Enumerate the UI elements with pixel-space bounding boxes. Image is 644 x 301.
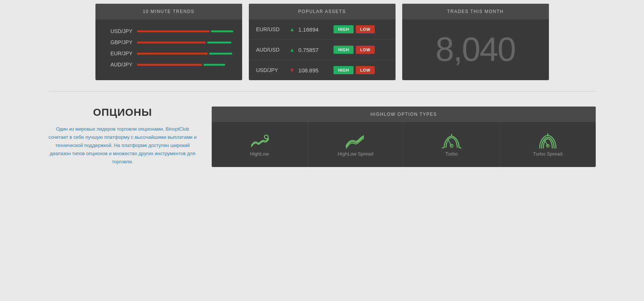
turbo-label: Turbo [445,151,458,157]
trend-bar-red-usdjpy [137,30,209,32]
options-title: ОПЦИОНЫ [48,107,197,118]
trades-panel: TRADES THIS MONTH 8,040 [402,4,549,80]
svg-line-2 [442,147,444,148]
high-button-eurusd[interactable]: HIGH [334,25,354,33]
trend-row-eurjpy: EUR/JPY [107,50,231,56]
trend-bar-gbpjpy [137,42,231,43]
highlow-spread-icon [344,132,367,151]
option-types-title: HIGHLOW OPTION TYPES [212,107,596,122]
asset-arrow-usdjpy: ▼ [290,67,295,73]
asset-value-audusd: 0.75857 [298,47,326,53]
low-button-audusd[interactable]: LOW [356,46,375,54]
trend-label-gbpjpy: GBP/JPY [107,39,133,45]
trends-body: USD/JPY GBP/JPY EUR/JPY [95,19,242,80]
option-type-highlow[interactable]: HighLow [212,122,308,167]
options-text-block: ОПЦИОНЫ Один из мировых лидеров торговли… [48,107,197,166]
asset-value-usdjpy: 108.895 [298,67,326,73]
trades-count: 8,040 [402,19,549,76]
trend-bar-red-eurjpy [137,53,208,55]
low-button-usdjpy[interactable]: LOW [356,66,375,74]
option-type-turbo-spread[interactable]: Turbo Spread [500,122,596,167]
turbo-spread-icon [537,132,559,151]
option-types-panel: HIGHLOW OPTION TYPES HighLow [212,107,596,167]
asset-name-usdjpy: USD/JPY [256,67,286,73]
trend-row-gbpjpy: GBP/JPY [107,39,231,45]
turbo-icon [440,132,463,151]
trend-bar-green-audjpy [204,64,225,66]
trend-bar-red-audjpy [137,64,202,66]
trend-bar-green-eurjpy [209,53,232,55]
asset-buttons-audusd: HIGH LOW [334,46,375,54]
trend-label-audjpy: AUD/JPY [107,62,133,68]
asset-arrow-eurusd: ▲ [290,26,295,32]
asset-row-usdjpy: USD/JPY ▼ 108.895 HIGH LOW [249,60,396,80]
options-description: Один из мировых лидеров торговли опциона… [48,125,197,166]
option-type-highlow-spread[interactable]: HighLow Spread [308,122,404,167]
trends-title: 10 MINUTE TRENDS [95,4,242,19]
asset-value-eurusd: 1.16894 [298,26,326,33]
highlow-label: HighLow [250,151,269,157]
svg-line-3 [459,147,461,148]
assets-title: POPULAR ASSETS [249,4,396,19]
highlow-spread-label: HighLow Spread [338,151,373,157]
svg-line-8 [544,140,548,146]
asset-name-eurusd: EUR/USD [256,26,286,32]
trend-row-usdjpy: USD/JPY [107,28,231,34]
trend-label-eurjpy: EUR/JPY [107,50,133,56]
trend-bar-red-gbpjpy [137,42,206,43]
assets-panel: POPULAR ASSETS EUR/USD ▲ 1.16894 HIGH LO… [249,4,396,80]
asset-buttons-eurusd: HIGH LOW [334,25,375,33]
turbo-spread-label: Turbo Spread [533,151,562,157]
asset-arrow-audusd: ▲ [290,47,295,53]
top-section: 10 MINUTE TRENDS USD/JPY GBP/JPY EUR/JPY [0,0,644,84]
trends-panel: 10 MINUTE TRENDS USD/JPY GBP/JPY EUR/JPY [95,4,242,80]
section-divider [48,91,596,92]
trend-row-audjpy: AUD/JPY [107,62,231,68]
assets-body: EUR/USD ▲ 1.16894 HIGH LOW AUD/USD ▲ 0.7… [249,19,396,80]
highlow-icon [248,132,271,151]
low-button-eurusd[interactable]: LOW [356,25,375,33]
trades-title: TRADES THIS MONTH [402,4,549,19]
high-button-usdjpy[interactable]: HIGH [334,66,354,74]
trend-bar-green-usdjpy [211,30,233,32]
trend-label-usdjpy: USD/JPY [107,28,133,34]
asset-buttons-usdjpy: HIGH LOW [334,66,375,74]
svg-point-0 [264,135,268,139]
trend-bar-green-gbpjpy [207,42,231,43]
asset-row-eurusd: EUR/USD ▲ 1.16894 HIGH LOW [249,19,396,40]
high-button-audusd[interactable]: HIGH [334,46,354,54]
trend-bar-usdjpy [137,30,233,32]
option-types-grid: HighLow HighLow Spread [212,122,596,167]
asset-row-audusd: AUD/USD ▲ 0.75857 HIGH LOW [249,40,396,60]
trend-bar-eurjpy [137,53,232,55]
bottom-section: ОПЦИОНЫ Один из мировых лидеров торговли… [0,99,644,174]
option-type-turbo[interactable]: Turbo [404,122,500,167]
asset-name-audusd: AUD/USD [256,47,286,53]
trend-bar-audjpy [137,64,231,66]
